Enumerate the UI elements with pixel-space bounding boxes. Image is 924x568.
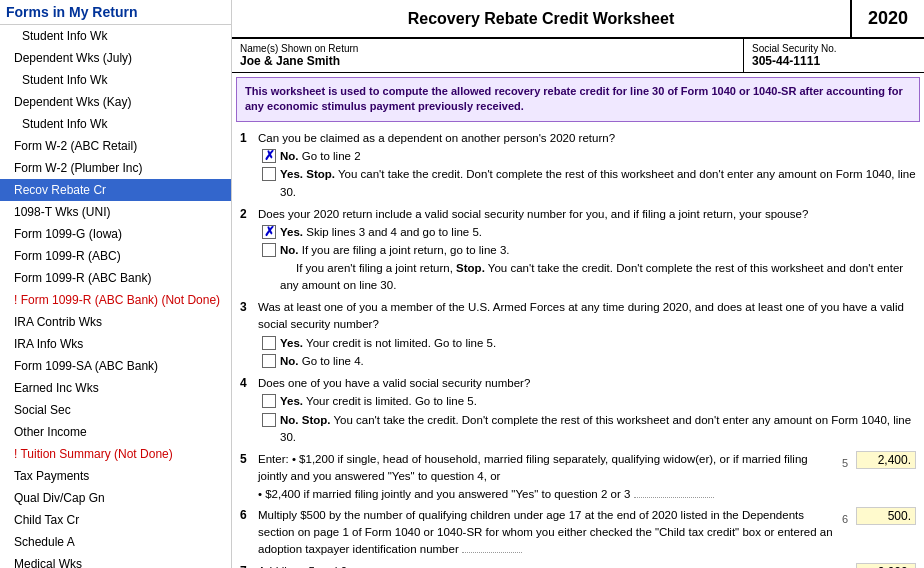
ssn-label: Social Security No. (752, 43, 916, 54)
q1-no-option: ✗ No. Go to line 2 (258, 148, 916, 165)
sidebar-item-dependent-wks-july[interactable]: Dependent Wks (July) (0, 47, 231, 69)
q7-answer: 7 2,900. (836, 563, 916, 568)
question-2: 2 Does your 2020 return include a valid … (240, 206, 916, 295)
q2-yes-text: Yes. Skip lines 3 and 4 and go to line 5… (280, 224, 482, 241)
sidebar-item-form-1099-sa-abc-bank[interactable]: Form 1099-SA (ABC Bank) (0, 355, 231, 377)
sidebar-item-student-info-wk[interactable]: Student Info Wk (0, 69, 231, 91)
q2-yes-option: ✗ Yes. Skip lines 3 and 4 and go to line… (258, 224, 916, 241)
name-cell: Name(s) Shown on Return Joe & Jane Smith (232, 39, 744, 72)
q2-no-option: No. If you are filing a joint return, go… (258, 242, 916, 294)
q2-no-checkbox[interactable] (262, 243, 276, 257)
sidebar-item-student-info-wk[interactable]: Student Info Wk (0, 113, 231, 135)
q3-yes-text: Yes. Your credit is not limited. Go to l… (280, 335, 496, 352)
sidebar-item-social-sec[interactable]: Social Sec (0, 399, 231, 421)
sidebar-item-student-info-wk[interactable]: Student Info Wk (0, 25, 231, 47)
sidebar: Forms in My Return Student Info WkDepend… (0, 0, 232, 568)
q6-line-num: 6 (842, 513, 848, 525)
sidebar-item-schedule-a[interactable]: Schedule A (0, 531, 231, 553)
q7-body: Add lines 5 and 6 (258, 563, 836, 568)
q3-no-text: No. Go to line 4. (280, 353, 364, 370)
q6-value[interactable]: 500. (856, 507, 916, 525)
q6-number: 6 (240, 507, 258, 522)
sidebar-title: Forms in My Return (6, 4, 137, 20)
sidebar-item-form-1099-g-iowa[interactable]: Form 1099-G (Iowa) (0, 223, 231, 245)
sidebar-item-recov-rebate-cr[interactable]: Recov Rebate Cr (0, 179, 231, 201)
q3-no-option: No. Go to line 4. (258, 353, 916, 370)
worksheet-title: Recovery Rebate Credit Worksheet (408, 10, 674, 28)
q4-yes-text: Yes. Your credit is limited. Go to line … (280, 393, 477, 410)
q3-body: Was at least one of you a member of the … (258, 299, 916, 371)
sidebar-item-dependent-wks-kay[interactable]: Dependent Wks (Kay) (0, 91, 231, 113)
name-ssn-row: Name(s) Shown on Return Joe & Jane Smith… (232, 39, 924, 73)
q1-yes-option: Yes. Stop. You can't take the credit. Do… (258, 166, 916, 201)
sidebar-header: Forms in My Return (0, 0, 231, 25)
question-1: 1 Can you be claimed as a dependent on a… (240, 130, 916, 202)
q4-number: 4 (240, 375, 258, 390)
question-5: 5 Enter: • $1,200 if single, head of hou… (240, 451, 916, 503)
q2-number: 2 (240, 206, 258, 221)
sidebar-item-earned-inc-wks[interactable]: Earned Inc Wks (0, 377, 231, 399)
q5-answer: 5 2,400. (836, 451, 916, 469)
q2-yes-checkbox[interactable]: ✗ (262, 225, 276, 239)
worksheet-year: 2020 (852, 0, 924, 37)
q3-yes-checkbox[interactable] (262, 336, 276, 350)
q5-line-num: 5 (842, 457, 848, 469)
sidebar-item-form-w-2-abc-retail[interactable]: Form W-2 (ABC Retail) (0, 135, 231, 157)
question-3: 3 Was at least one of you a member of th… (240, 299, 916, 371)
sidebar-item-form-1099-r-abc[interactable]: Form 1099-R (ABC) (0, 245, 231, 267)
worksheet-title-area: Recovery Rebate Credit Worksheet (232, 0, 852, 37)
q6-answer: 6 500. (836, 507, 916, 525)
q1-yes-checkbox[interactable] (262, 167, 276, 181)
sidebar-item-form-1099-r-abc-bank-not-done[interactable]: Form 1099-R (ABC Bank) (Not Done) (0, 289, 231, 311)
q4-no-text: No. Stop. You can't take the credit. Don… (280, 412, 916, 447)
sidebar-item-tax-payments[interactable]: Tax Payments (0, 465, 231, 487)
q4-no-checkbox[interactable] (262, 413, 276, 427)
q1-yes-text: Yes. Stop. You can't take the credit. Do… (280, 166, 916, 201)
q1-no-text: No. Go to line 2 (280, 148, 361, 165)
q1-number: 1 (240, 130, 258, 145)
sidebar-item-child-tax-cr[interactable]: Child Tax Cr (0, 509, 231, 531)
q5-value[interactable]: 2,400. (856, 451, 916, 469)
name-value: Joe & Jane Smith (240, 54, 735, 68)
sidebar-item-form-w-2-plumber-inc[interactable]: Form W-2 (Plumber Inc) (0, 157, 231, 179)
q7-value[interactable]: 2,900. (856, 563, 916, 568)
q2-no-text: No. If you are filing a joint return, go… (280, 242, 916, 294)
sidebar-item-medical-wks[interactable]: Medical Wks (0, 553, 231, 568)
q3-number: 3 (240, 299, 258, 314)
instruction-box: This worksheet is used to compute the al… (236, 77, 920, 122)
q1-no-checkbox[interactable]: ✗ (262, 149, 276, 163)
sidebar-item-ira-contrib-wks[interactable]: IRA Contrib Wks (0, 311, 231, 333)
worksheet-content[interactable]: 1 Can you be claimed as a dependent on a… (232, 126, 924, 568)
sidebar-item-form-1099-r-abc-bank[interactable]: Form 1099-R (ABC Bank) (0, 267, 231, 289)
q3-no-checkbox[interactable] (262, 354, 276, 368)
sidebar-list[interactable]: Student Info WkDependent Wks (July)Stude… (0, 25, 231, 568)
name-label: Name(s) Shown on Return (240, 43, 735, 54)
main-content: Recovery Rebate Credit Worksheet 2020 Na… (232, 0, 924, 568)
q1-body: Can you be claimed as a dependent on ano… (258, 130, 916, 202)
q5-body: Enter: • $1,200 if single, head of house… (258, 451, 836, 503)
sidebar-item-ira-info-wks[interactable]: IRA Info Wks (0, 333, 231, 355)
ssn-cell: Social Security No. 305-44-1111 (744, 39, 924, 72)
sidebar-item-qual-div/cap-gn[interactable]: Qual Div/Cap Gn (0, 487, 231, 509)
q5-number: 5 (240, 451, 258, 466)
q3-yes-option: Yes. Your credit is not limited. Go to l… (258, 335, 916, 352)
sidebar-item-1098-t-wks-uni[interactable]: 1098-T Wks (UNI) (0, 201, 231, 223)
q6-body: Multiply $500 by the number of qualifyin… (258, 507, 836, 559)
q7-number: 7 (240, 563, 258, 568)
q2-body: Does your 2020 return include a valid so… (258, 206, 916, 295)
q4-no-option: No. Stop. You can't take the credit. Don… (258, 412, 916, 447)
ssn-value: 305-44-1111 (752, 54, 916, 68)
worksheet-header: Recovery Rebate Credit Worksheet 2020 (232, 0, 924, 39)
sidebar-item-other-income[interactable]: Other Income (0, 421, 231, 443)
q4-yes-checkbox[interactable] (262, 394, 276, 408)
question-7: 7 Add lines 5 and 6 7 2,900. (240, 563, 916, 568)
q4-yes-option: Yes. Your credit is limited. Go to line … (258, 393, 916, 410)
sidebar-item-tuition-summary-not-done[interactable]: Tuition Summary (Not Done) (0, 443, 231, 465)
question-6: 6 Multiply $500 by the number of qualify… (240, 507, 916, 559)
q4-body: Does one of you have a valid social secu… (258, 375, 916, 447)
question-4: 4 Does one of you have a valid social se… (240, 375, 916, 447)
